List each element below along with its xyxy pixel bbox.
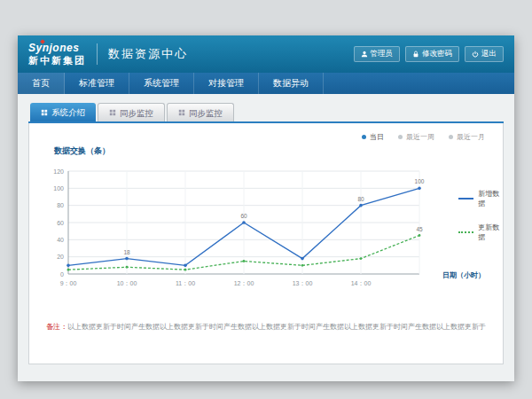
desktop-background: Synjones 新中新集团 数据资源中心 管理员 修改密码: [0, 0, 532, 399]
svg-text:60: 60: [240, 213, 247, 219]
main-nav: 首页 标准管理 系统管理 对接管理 数据异动: [18, 73, 514, 94]
svg-text:120: 120: [53, 168, 64, 175]
tab-sync-monitor-1[interactable]: 同步监控: [98, 103, 165, 121]
radio-dot-icon: [362, 135, 366, 139]
content-area: 系统介绍 同步监控 同步监控: [18, 94, 514, 364]
app-window: Synjones 新中新集团 数据资源中心 管理员 修改密码: [18, 35, 514, 381]
change-password-label: 修改密码: [422, 49, 452, 59]
filter-today[interactable]: 当日: [362, 132, 384, 142]
svg-text:45: 45: [416, 226, 423, 232]
svg-text:60: 60: [57, 220, 64, 226]
dashed-line-icon: [458, 231, 473, 233]
series-label: 更新数据: [478, 223, 503, 242]
admin-user-button[interactable]: 管理员: [354, 46, 401, 62]
x-axis-label: 日期（小时）: [442, 270, 485, 280]
svg-text:11：00: 11：00: [176, 280, 195, 286]
svg-text:100: 100: [53, 185, 64, 192]
svg-text:14：00: 14：00: [351, 280, 372, 286]
svg-text:9：00: 9：00: [60, 280, 77, 286]
svg-text:13：00: 13：00: [293, 280, 313, 286]
lock-icon: [412, 51, 419, 58]
tab-system-intro[interactable]: 系统介绍: [30, 103, 96, 121]
power-icon: [472, 51, 479, 58]
header-actions: 管理员 修改密码 退出: [354, 46, 505, 62]
tab-label: 系统介绍: [51, 103, 85, 121]
svg-text:20: 20: [57, 254, 64, 260]
footnote-text: 以上数据更新于时间产生数据以上数据更新于时间产生数据以上数据更新于时间产生数据以…: [67, 323, 486, 331]
footnote-prefix: 备注：: [46, 323, 67, 331]
filter-last-month[interactable]: 最近一月: [449, 132, 485, 142]
company-logo: Synjones 新中新集团: [28, 43, 86, 65]
filter-label: 当日: [370, 132, 384, 142]
radio-dot-icon: [449, 135, 453, 139]
y-axis-title: 数据交换（条）: [54, 145, 503, 157]
admin-user-label: 管理员: [371, 49, 394, 59]
line-chart: 0204060801001209：0010：0011：0012：0013：001…: [42, 159, 432, 292]
tab-label: 同步监控: [120, 104, 153, 122]
tab-label: 同步监控: [189, 104, 223, 122]
legend-item-new-data[interactable]: 新增数据: [458, 189, 503, 208]
user-icon: [361, 51, 368, 58]
svg-text:100: 100: [415, 178, 425, 184]
logout-label: 退出: [481, 49, 497, 59]
nav-item-standard-mgmt[interactable]: 标准管理: [65, 73, 129, 94]
app-header: Synjones 新中新集团 数据资源中心 管理员 修改密码: [18, 35, 514, 73]
header-divider: [97, 43, 98, 65]
time-filter-legend: 当日 最近一周 最近一月: [29, 123, 503, 142]
tabs-row: 系统介绍 同步监控 同步监控: [28, 103, 504, 121]
filter-last-week[interactable]: 最近一周: [398, 132, 434, 142]
svg-text:18: 18: [123, 249, 130, 255]
change-password-button[interactable]: 修改密码: [405, 46, 459, 62]
radio-dot-icon: [398, 135, 403, 139]
series-label: 新增数据: [478, 189, 503, 208]
page-title: 数据资源中心: [108, 46, 188, 62]
grid-icon: [109, 109, 116, 116]
nav-item-home[interactable]: 首页: [18, 73, 65, 94]
logo-subtext: 新中新集团: [28, 55, 86, 66]
nav-item-system-mgmt[interactable]: 系统管理: [129, 73, 194, 94]
solid-line-icon: [458, 198, 473, 200]
footnote: 备注：以上数据更新于时间产生数据以上数据更新于时间产生数据以上数据更新于时间产生…: [29, 322, 503, 332]
chart-row: 0204060801001209：0010：0011：0012：0013：001…: [42, 159, 503, 293]
logout-button[interactable]: 退出: [465, 46, 504, 62]
svg-text:80: 80: [357, 196, 364, 202]
nav-item-connection-mgmt[interactable]: 对接管理: [194, 73, 259, 94]
filter-label: 最近一月: [457, 132, 485, 142]
grid-icon: [41, 109, 48, 116]
legend-item-update-data[interactable]: 更新数据: [458, 223, 503, 242]
grid-icon: [178, 109, 185, 116]
tab-sync-monitor-2[interactable]: 同步监控: [167, 103, 234, 121]
nav-item-data-changes[interactable]: 数据异动: [259, 73, 324, 94]
svg-text:80: 80: [57, 202, 64, 208]
filter-label: 最近一周: [406, 132, 434, 142]
svg-text:12：00: 12：00: [234, 280, 254, 286]
series-legend: 新增数据 更新数据: [458, 189, 503, 242]
svg-text:40: 40: [57, 237, 64, 243]
svg-text:10：00: 10：00: [117, 280, 137, 286]
logo-text: Synjones: [28, 43, 86, 54]
svg-text:0: 0: [60, 271, 64, 278]
chart-panel: 当日 最近一周 最近一月 数据交换（条） 0204060801001209：00…: [28, 123, 504, 364]
